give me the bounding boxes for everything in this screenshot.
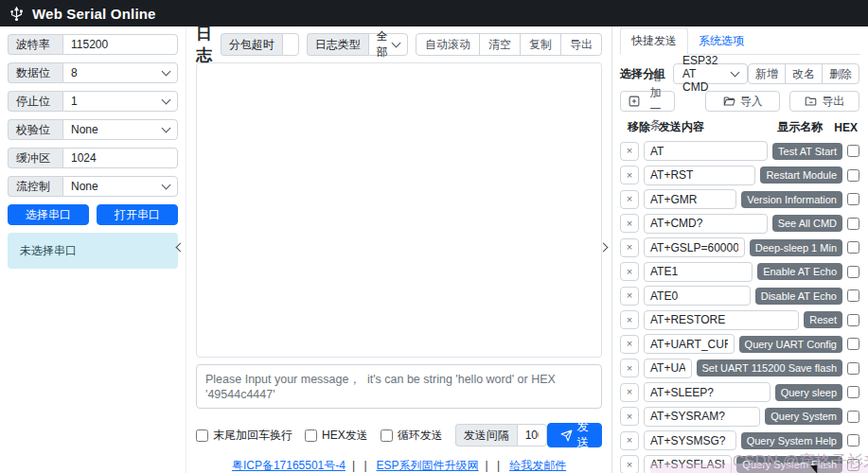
send-content-input[interactable]	[644, 359, 692, 378]
row-hex-checkbox[interactable]	[847, 218, 859, 230]
email-link[interactable]: 给我发邮件	[509, 459, 566, 472]
hex-send-option[interactable]: HEX发送	[305, 428, 368, 444]
quick-send-command-button[interactable]: Version Information	[741, 191, 842, 208]
message-input[interactable]	[196, 364, 602, 409]
quick-send-panel: 快捷发送 系统选项 选择分组 ESP32 AT CMD 新增 改名 删除	[611, 26, 868, 473]
quick-send-command-button[interactable]: Test AT Start	[772, 143, 842, 160]
row-hex-checkbox[interactable]	[847, 434, 859, 447]
group-rename-button[interactable]: 改名	[785, 63, 823, 84]
remove-row-button[interactable]: ×	[620, 166, 639, 184]
quick-send-command-button[interactable]: See All CMD	[772, 215, 842, 232]
quick-send-command-button[interactable]: Set UART 115200 Save flash	[697, 359, 842, 377]
autoscroll-button[interactable]: 自动滚动	[416, 33, 480, 56]
field-control[interactable]: 1	[62, 91, 178, 112]
quick-send-command-button[interactable]: Query UART Config	[739, 336, 842, 353]
field-control[interactable]: 115200	[62, 34, 178, 55]
remove-row-button[interactable]: ×	[620, 238, 639, 257]
remove-row-button[interactable]: ×	[620, 335, 639, 354]
send-content-input[interactable]	[644, 455, 732, 473]
remove-row-button[interactable]: ×	[620, 190, 639, 209]
quick-send-command-button[interactable]: Disable AT Echo	[755, 288, 842, 305]
send-content-input[interactable]	[644, 407, 760, 427]
hex-send-checkbox[interactable]	[305, 429, 317, 442]
col-remove: 移除	[628, 119, 652, 135]
row-hex-checkbox[interactable]	[847, 241, 859, 254]
row-hex-checkbox[interactable]	[847, 459, 859, 471]
quick-send-command-button[interactable]: Query System	[765, 408, 842, 425]
quick-send-command-button[interactable]: Query System Help	[741, 432, 842, 449]
send-content-input[interactable]	[644, 286, 751, 306]
select-port-button[interactable]: 选择串口	[8, 204, 89, 225]
remove-row-button[interactable]: ×	[620, 287, 639, 306]
remove-row-button[interactable]: ×	[620, 310, 639, 329]
quick-send-command-button[interactable]: Reset	[804, 311, 842, 328]
remove-row-button[interactable]: ×	[620, 407, 639, 426]
export-log-button[interactable]: 导出	[560, 33, 602, 56]
group-delete-button[interactable]: 删除	[822, 63, 859, 84]
send-content-input[interactable]	[644, 430, 736, 450]
send-content-input[interactable]	[644, 189, 736, 209]
loop-send-option[interactable]: 循环发送	[381, 428, 443, 444]
row-hex-checkbox[interactable]	[847, 362, 859, 375]
quick-send-command-button[interactable]: Enable AT Echo	[757, 263, 842, 280]
remove-row-button[interactable]: ×	[620, 455, 639, 473]
field-control[interactable]: 1024	[62, 148, 178, 168]
row-hex-checkbox[interactable]	[847, 289, 859, 302]
group-add-button[interactable]: 新增	[748, 63, 786, 84]
quick-send-command-button[interactable]: Deep-sleep 1 Min	[750, 239, 842, 256]
log-output-area[interactable]	[196, 62, 602, 358]
copy-log-button[interactable]: 复制	[520, 33, 561, 56]
collapse-sidebar-handle[interactable]	[173, 236, 186, 257]
send-interval-input[interactable]	[525, 429, 539, 442]
export-button[interactable]: 导出	[789, 91, 859, 112]
quick-send-row: × Query System Help	[620, 430, 859, 450]
row-hex-checkbox[interactable]	[847, 386, 859, 398]
hex-send-label: HEX发送	[322, 428, 368, 444]
remove-row-button[interactable]: ×	[620, 431, 639, 450]
send-content-input[interactable]	[644, 310, 799, 330]
send-content-input[interactable]	[644, 214, 768, 234]
import-button[interactable]: 导入	[705, 91, 780, 112]
row-hex-checkbox[interactable]	[847, 193, 859, 205]
remove-row-button[interactable]: ×	[620, 359, 639, 377]
send-content-input[interactable]	[644, 166, 755, 185]
row-hex-checkbox[interactable]	[847, 145, 859, 157]
append-crlf-option[interactable]: 末尾加回车换行	[196, 428, 292, 444]
quick-send-command-button[interactable]: Query System Flash	[736, 456, 842, 473]
append-crlf-checkbox[interactable]	[196, 429, 208, 442]
esp-firmware-link[interactable]: ESP系列固件升级网	[377, 459, 479, 472]
app-header: Web Serial Online	[0, 0, 868, 26]
row-hex-checkbox[interactable]	[847, 411, 859, 423]
icp-link[interactable]: 粤ICP备17165501号-4	[232, 459, 345, 472]
open-port-button[interactable]: 打开串口	[97, 204, 178, 225]
group-select[interactable]: ESP32 AT CMD	[673, 63, 748, 84]
send-content-input[interactable]	[644, 262, 753, 282]
clear-log-button[interactable]: 清空	[479, 33, 521, 56]
send-content-input[interactable]	[644, 237, 745, 257]
remove-row-button[interactable]: ×	[620, 142, 639, 161]
send-content-input[interactable]	[644, 382, 771, 402]
remove-row-button[interactable]: ×	[620, 383, 639, 402]
send-content-input[interactable]	[644, 334, 735, 354]
row-hex-checkbox[interactable]	[847, 314, 859, 326]
remove-row-button[interactable]: ×	[620, 214, 639, 233]
field-control[interactable]: None	[62, 176, 178, 197]
quick-send-command-button[interactable]: Restart Module	[760, 166, 842, 184]
field-control[interactable]: 8	[62, 62, 178, 83]
send-button[interactable]: 发送	[547, 423, 603, 447]
row-hex-checkbox[interactable]	[847, 266, 859, 278]
col-hex: HEX	[834, 121, 858, 134]
field-value: 8	[71, 66, 78, 79]
remove-row-button[interactable]: ×	[620, 262, 639, 281]
row-hex-checkbox[interactable]	[847, 338, 859, 350]
add-row-button[interactable]: 增加一条	[620, 91, 675, 112]
tab-quick-send[interactable]: 快捷发送	[620, 27, 688, 55]
log-type-select[interactable]: 全部	[368, 33, 408, 56]
field-control[interactable]: None	[62, 119, 178, 140]
row-hex-checkbox[interactable]	[847, 169, 859, 182]
tab-system-options[interactable]: 系统选项	[688, 28, 754, 54]
loop-send-checkbox[interactable]	[381, 429, 393, 442]
expand-right-panel-handle[interactable]	[596, 236, 610, 257]
quick-send-command-button[interactable]: Query sleep	[775, 384, 842, 401]
send-content-input[interactable]	[644, 141, 768, 161]
